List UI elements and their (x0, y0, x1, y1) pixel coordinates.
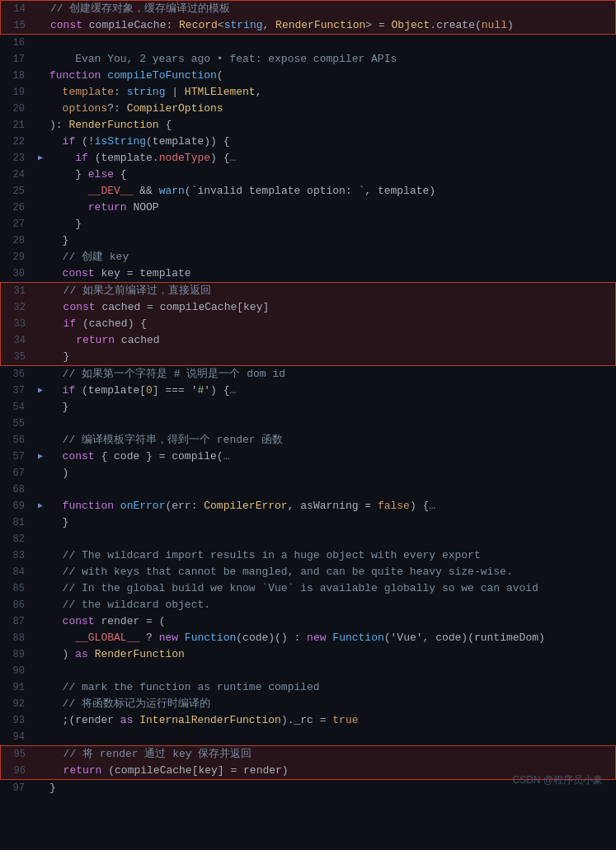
line-number: 37 (0, 383, 31, 399)
line-code: if (template[0] === '#') {… (46, 383, 616, 399)
watermark: CSDN @程序员小豪 (512, 772, 603, 788)
line-number: 33 (1, 316, 32, 332)
line-number: 85 (0, 580, 31, 597)
code-line-92: 92 // 将函数标记为运行时编译的 (0, 696, 616, 712)
code-line-91: 91 // mark the function as runtime compi… (0, 679, 616, 696)
line-code: // 编译模板字符串，得到一个 render 函数 (46, 432, 616, 448)
line-collapse-indicator[interactable]: ▶ (35, 448, 46, 465)
line-number: 81 (0, 514, 31, 531)
code-line-26: 26 return NOOP (0, 200, 616, 216)
code-line-25: 25 __DEV__ && warn(`invalid template opt… (0, 183, 616, 200)
line-code: __GLOBAL__ ? new Function(code)() : new … (46, 630, 616, 646)
line-code: const key = template (46, 265, 616, 282)
line-number: 29 (0, 249, 31, 265)
line-code: const { code } = compile(… (46, 448, 616, 465)
line-code (46, 531, 616, 547)
line-number: 83 (0, 547, 31, 564)
line-code: } (46, 232, 616, 249)
line-number: 88 (0, 630, 31, 646)
code-line-21: 21): RenderFunction { (0, 117, 616, 134)
line-number: 32 (1, 299, 32, 316)
line-number: 16 (0, 35, 31, 51)
line-number: 18 (0, 68, 31, 84)
line-number: 31 (1, 283, 32, 299)
line-collapse-indicator[interactable]: ▶ (35, 498, 46, 514)
code-line-24: 24 } else { (0, 167, 616, 183)
line-number: 95 (1, 746, 32, 763)
line-number: 87 (0, 613, 31, 630)
line-number: 89 (0, 646, 31, 663)
line-code: } (46, 399, 616, 416)
code-line-82: 82 (0, 531, 616, 547)
code-line-89: 89 ) as RenderFunction (0, 646, 616, 663)
code-line-22: 22 if (!isString(template)) { (0, 134, 616, 150)
code-line-86: 86 // the wildcard object. (0, 597, 616, 613)
line-code: // The wildcard import results in a huge… (46, 547, 616, 564)
code-line-20: 20 options?: CompilerOptions (0, 101, 616, 117)
line-code: return cached (47, 332, 615, 349)
code-line-33: 33 if (cached) { (0, 316, 616, 332)
line-code: ) (46, 465, 616, 481)
code-line-56: 56 // 编译模板字符串，得到一个 render 函数 (0, 432, 616, 448)
line-code: options?: CompilerOptions (46, 101, 616, 117)
code-line-19: 19 template: string | HTMLElement, (0, 84, 616, 101)
code-line-34: 34 return cached (0, 332, 616, 349)
line-code: __DEV__ && warn(`invalid template option… (46, 183, 616, 200)
line-number: 25 (0, 183, 31, 200)
code-line-16: 16 (0, 35, 616, 51)
code-line-57: 57▶ const { code } = compile(… (0, 448, 616, 465)
line-code: } else { (46, 167, 616, 183)
line-number: 57 (0, 448, 31, 465)
line-number: 96 (1, 763, 32, 779)
line-code: // 创建缓存对象，缓存编译过的模板 (47, 1, 615, 17)
line-code (46, 416, 616, 432)
code-line-69: 69▶ function onError(err: CompilerError,… (0, 498, 616, 514)
line-number: 34 (1, 332, 32, 349)
line-number: 26 (0, 200, 31, 216)
code-editor: 14// 创建缓存对象，缓存编译过的模板15const compileCache… (0, 0, 616, 796)
code-line-95: 95 // 将 render 通过 key 保存并返回 (0, 745, 616, 763)
line-number: 93 (0, 712, 31, 729)
line-collapse-indicator[interactable]: ▶ (35, 150, 46, 167)
line-code: // 创建 key (46, 249, 616, 265)
line-code: function compileToFunction( (46, 68, 616, 84)
line-code: } (47, 349, 615, 365)
line-number: 68 (0, 481, 31, 498)
line-code: if (cached) { (47, 316, 615, 332)
line-number: 55 (0, 416, 31, 432)
line-code: const compileCache: Record<string, Rende… (47, 17, 615, 34)
line-number: 27 (0, 216, 31, 232)
line-code (46, 663, 616, 679)
line-collapse-indicator[interactable]: ▶ (35, 383, 46, 399)
line-number: 22 (0, 134, 31, 150)
line-number: 30 (0, 265, 31, 282)
code-line-67: 67 ) (0, 465, 616, 481)
line-code: // 如果之前编译过，直接返回 (47, 283, 615, 299)
line-number: 35 (1, 349, 32, 365)
line-number: 23 (0, 150, 31, 167)
line-code: const render = ( (46, 613, 616, 630)
code-line-31: 31 // 如果之前编译过，直接返回 (0, 282, 616, 299)
line-code: // 如果第一个字符是 # 说明是一个 dom id (46, 366, 616, 383)
line-code: // 将函数标记为运行时编译的 (46, 696, 616, 712)
line-code (46, 729, 616, 745)
line-code: if (template.nodeType) {… (46, 150, 616, 167)
line-number: 94 (0, 729, 31, 745)
code-line-93: 93 ;(render as InternalRenderFunction)._… (0, 712, 616, 729)
line-number: 67 (0, 465, 31, 481)
code-line-88: 88 __GLOBAL__ ? new Function(code)() : n… (0, 630, 616, 646)
line-number: 90 (0, 663, 31, 679)
code-line-68: 68 (0, 481, 616, 498)
line-number: 97 (0, 780, 31, 796)
line-code (46, 481, 616, 498)
code-line-94: 94 (0, 729, 616, 745)
code-line-18: 18function compileToFunction( (0, 68, 616, 84)
code-line-83: 83 // The wildcard import results in a h… (0, 547, 616, 564)
code-line-37: 37▶ if (template[0] === '#') {… (0, 383, 616, 399)
line-number: 15 (1, 17, 32, 34)
line-number: 84 (0, 564, 31, 580)
line-number: 69 (0, 498, 31, 514)
line-code: // with keys that cannot be mangled, and… (46, 564, 616, 580)
line-number: 28 (0, 232, 31, 249)
code-line-35: 35 } (0, 349, 616, 366)
